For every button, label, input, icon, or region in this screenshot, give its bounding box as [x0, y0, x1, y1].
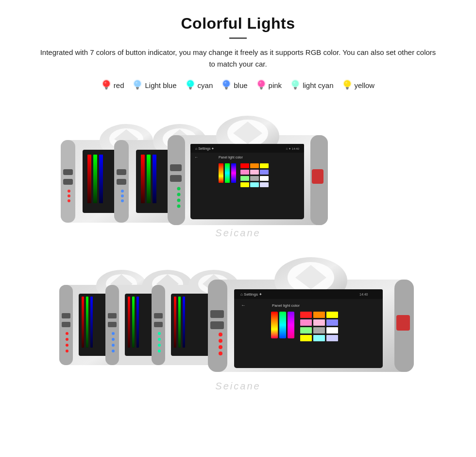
svg-rect-49	[93, 155, 97, 203]
svg-rect-40	[63, 169, 73, 175]
color-label-yellow: yellow	[355, 81, 375, 89]
color-item-blue: blue	[221, 79, 247, 91]
svg-point-109	[66, 332, 68, 335]
svg-rect-97	[260, 176, 269, 181]
color-item-cyan: cyan	[186, 79, 213, 91]
color-label-pink: pink	[269, 81, 282, 89]
color-item-pink: pink	[256, 79, 282, 91]
svg-rect-142	[154, 322, 163, 327]
svg-rect-12	[189, 87, 192, 88]
color-label-lightblue: Light blue	[145, 81, 176, 89]
svg-text:⌂  Settings  ✦: ⌂ Settings ✦	[195, 147, 214, 151]
bottom-row-devices: ⌂ Settings ✦ 14:40 ← Panel light color	[49, 247, 427, 383]
bulb-icon-yellow	[342, 79, 352, 91]
svg-rect-65	[147, 155, 151, 203]
svg-rect-124	[108, 313, 117, 318]
svg-rect-152	[183, 297, 185, 348]
svg-rect-22	[260, 87, 263, 88]
description-text: Integrated with 7 colors of button indic…	[39, 47, 437, 70]
page-title: Colorful Lights	[19, 15, 457, 33]
svg-text:Panel light color: Panel light color	[219, 156, 243, 159]
svg-rect-183	[326, 327, 338, 334]
svg-point-4	[104, 82, 106, 84]
svg-rect-33	[346, 88, 348, 89]
svg-rect-180	[326, 319, 338, 326]
svg-rect-117	[86, 297, 88, 348]
svg-rect-18	[225, 88, 227, 89]
svg-point-58	[121, 190, 124, 193]
svg-rect-2	[105, 87, 108, 88]
svg-text:⌂  Settings  ✦: ⌂ Settings ✦	[240, 292, 262, 297]
svg-point-60	[121, 199, 124, 202]
color-item-yellow: yellow	[342, 79, 375, 91]
svg-rect-91	[260, 163, 269, 168]
svg-rect-177	[326, 312, 338, 318]
svg-point-111	[66, 344, 68, 347]
color-label-blue: blue	[234, 81, 247, 89]
svg-point-163	[219, 352, 222, 355]
svg-rect-93	[250, 170, 259, 175]
svg-rect-57	[117, 179, 126, 185]
svg-rect-125	[108, 322, 117, 327]
svg-rect-185	[313, 335, 325, 341]
svg-rect-173	[279, 312, 286, 338]
bulb-icon-cyan	[186, 79, 195, 91]
svg-rect-86	[219, 163, 223, 183]
bulb-icon-red	[102, 79, 111, 91]
svg-rect-64	[141, 155, 145, 203]
page-container: Colorful Lights Integrated with 7 colors…	[0, 0, 476, 411]
bulb-icon-blue	[221, 79, 231, 91]
top-device-front: ⌂ Settings ✦ ♫ ✦ 14:40 ← Panel light col…	[155, 111, 340, 237]
svg-rect-176	[313, 312, 325, 318]
top-row-devices: ⌂ Settings ✦ ♫ ✦ 14:40 ← Panel light col…	[49, 106, 427, 237]
svg-point-43	[68, 194, 70, 197]
svg-point-11	[186, 79, 195, 88]
svg-text:14:40: 14:40	[359, 293, 368, 296]
svg-rect-141	[154, 313, 163, 318]
svg-point-126	[112, 332, 115, 335]
svg-rect-134	[132, 297, 135, 348]
svg-text:←: ←	[241, 302, 246, 308]
svg-point-42	[68, 190, 70, 193]
svg-rect-95	[240, 176, 249, 181]
svg-point-24	[259, 82, 261, 84]
svg-rect-73	[170, 175, 182, 182]
svg-point-161	[219, 339, 222, 343]
svg-rect-116	[82, 297, 84, 348]
svg-rect-13	[189, 88, 191, 89]
svg-rect-174	[288, 312, 294, 338]
color-label-lightcyan: light cyan	[303, 81, 333, 89]
svg-point-74	[177, 187, 181, 191]
svg-rect-100	[260, 182, 269, 187]
svg-point-9	[136, 82, 137, 84]
svg-point-112	[66, 350, 68, 352]
svg-rect-92	[240, 170, 249, 175]
svg-rect-79	[312, 169, 323, 184]
svg-rect-72	[170, 164, 182, 171]
svg-rect-94	[260, 170, 269, 175]
svg-rect-98	[240, 182, 249, 187]
svg-point-144	[158, 338, 161, 341]
svg-rect-135	[136, 297, 139, 348]
svg-point-19	[224, 82, 226, 84]
svg-rect-108	[62, 322, 70, 327]
svg-rect-41	[63, 179, 73, 185]
svg-point-26	[291, 79, 300, 88]
svg-rect-150	[174, 297, 176, 348]
svg-rect-27	[294, 87, 297, 88]
svg-point-34	[345, 82, 347, 84]
color-label-red: red	[114, 81, 124, 89]
bulb-icon-pink	[256, 79, 266, 91]
svg-point-77	[177, 205, 181, 208]
svg-point-127	[112, 338, 115, 341]
svg-rect-89	[240, 163, 249, 168]
svg-point-1	[102, 79, 111, 88]
bottom-device-front: ⌂ Settings ✦ 14:40 ← Panel light color	[194, 254, 427, 383]
svg-rect-159	[210, 321, 224, 329]
svg-rect-186	[326, 335, 338, 341]
svg-rect-48	[87, 155, 91, 203]
svg-point-143	[158, 332, 161, 335]
svg-rect-3	[105, 88, 107, 89]
svg-rect-96	[250, 176, 259, 181]
svg-point-146	[158, 350, 161, 352]
